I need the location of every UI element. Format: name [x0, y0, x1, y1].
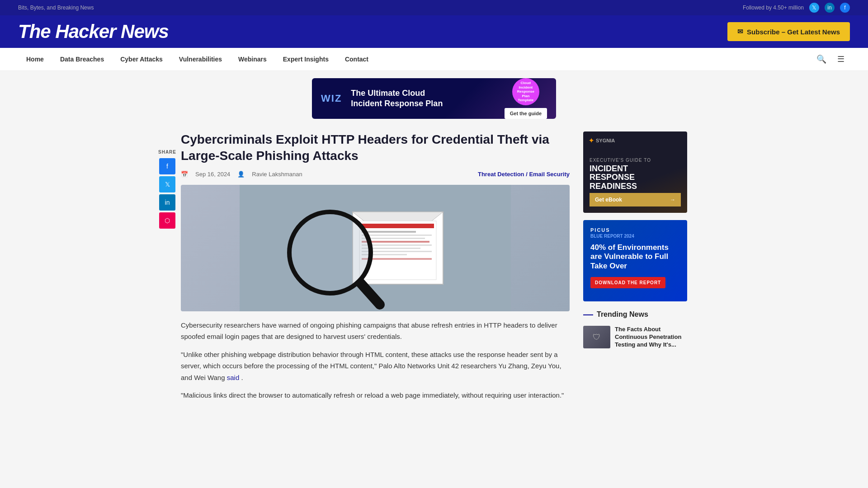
banner-wrap: WIZ The Ultimate CloudIncident Response …: [0, 71, 868, 122]
subscribe-label: Subscribe – Get Latest News: [747, 28, 840, 36]
article-para-2-end: .: [241, 374, 243, 381]
facebook-icon[interactable]: f: [840, 3, 850, 13]
share-other-button[interactable]: ⬡: [159, 212, 175, 229]
header: The Hacker News ✉ Subscribe – Get Latest…: [0, 15, 868, 48]
share-linkedin-button[interactable]: in: [159, 194, 175, 211]
trending-header: — Trending News: [583, 309, 687, 320]
sygnia-ad[interactable]: ✦ SYGNIA EXECUTIVE'S GUIDE TO INCIDENTRE…: [583, 131, 687, 213]
article-meta-left: 📅 Sep 16, 2024 👤 Ravie Lakshmanan: [181, 171, 302, 178]
article-category[interactable]: Threat Detection / Email Security: [478, 171, 570, 178]
article-content: Cybercriminals Exploit HTTP Headers for …: [181, 131, 570, 408]
svg-rect-8: [362, 241, 429, 243]
article-said-link[interactable]: said: [227, 374, 240, 381]
nav-expert-insights[interactable]: Expert Insights: [275, 49, 337, 69]
share-sidebar: SHARE f 𝕏 in ⬡: [158, 150, 176, 229]
banner-title: The Ultimate CloudIncident Response Plan: [351, 88, 495, 109]
main-layout: SHARE f 𝕏 in ⬡ Cybercriminals Exploit HT…: [163, 122, 705, 417]
nav-cyber-attacks[interactable]: Cyber Attacks: [112, 49, 171, 69]
banner-brand: WIZ: [321, 93, 342, 104]
envelope-icon: ✉: [737, 28, 743, 36]
trending-label: Trending News: [597, 310, 648, 319]
sygnia-logo-text: SYGNIA: [596, 138, 615, 143]
trending-item-title: The Facts About Continuous Penetration T…: [615, 326, 687, 349]
sygnia-logo: ✦ SYGNIA: [589, 137, 615, 144]
banner-badge-text: Cloud Incident Response Plan Template: [514, 81, 538, 103]
article-para-1: Cybersecurity researchers have warned of…: [181, 319, 570, 343]
sygnia-cta[interactable]: Get eBook →: [590, 193, 681, 206]
article-meta: 📅 Sep 16, 2024 👤 Ravie Lakshmanan Threat…: [181, 171, 570, 178]
trending-thumb: 🛡: [583, 326, 610, 348]
picus-year: 2024: [624, 234, 634, 239]
sygnia-logo-icon: ✦: [589, 137, 594, 144]
tagline: Bits, Bytes, and Breaking News: [18, 5, 94, 11]
nav-data-breaches[interactable]: Data Breaches: [52, 49, 112, 69]
search-icon[interactable]: 🔍: [811, 48, 832, 70]
banner-cta-button[interactable]: Get the guide: [505, 108, 547, 119]
nav: Home Data Breaches Cyber Attacks Vulnera…: [0, 48, 868, 71]
linkedin-icon[interactable]: in: [825, 3, 835, 13]
sygnia-pretitle-text: EXECUTIVE'S GUIDE TO: [590, 158, 681, 163]
social-follow-text: Followed by 4.50+ million: [743, 5, 804, 11]
picus-cta-button[interactable]: DOWNLOAD THE REPORT: [590, 277, 665, 288]
trending-item[interactable]: 🛡 The Facts About Continuous Penetration…: [583, 326, 687, 349]
top-bar: Bits, Bytes, and Breaking News Followed …: [0, 0, 868, 15]
site-title[interactable]: The Hacker News: [18, 21, 169, 42]
nav-home[interactable]: Home: [18, 49, 52, 69]
sygnia-arrow-icon: →: [670, 197, 675, 203]
share-label: SHARE: [158, 150, 176, 155]
svg-rect-4: [362, 224, 434, 228]
menu-icon[interactable]: ☰: [832, 48, 850, 70]
svg-rect-5: [362, 231, 416, 233]
top-bar-right: Followed by 4.50+ million 𝕏 in f: [743, 3, 850, 13]
picus-title: 40% of Environments are Vulnerable to Fu…: [590, 243, 680, 271]
picus-report-label: BLUE REPORT 2024: [590, 234, 680, 239]
svg-rect-6: [362, 235, 432, 236]
banner-badge: Cloud Incident Response Plan Template: [512, 78, 539, 105]
trending-thumb-icon: 🛡: [593, 333, 601, 342]
svg-point-15: [292, 214, 368, 291]
subscribe-button[interactable]: ✉ Subscribe – Get Latest News: [727, 22, 850, 41]
sygnia-main-title: INCIDENTRESPONSEREADINESS: [590, 164, 681, 191]
author-icon: 👤: [237, 171, 245, 178]
sidebar-right: ✦ SYGNIA EXECUTIVE'S GUIDE TO INCIDENTRE…: [583, 131, 687, 408]
article-para-3: "Malicious links direct the browser to a…: [181, 389, 570, 401]
nav-contact[interactable]: Contact: [337, 49, 377, 69]
share-facebook-button[interactable]: f: [159, 158, 175, 174]
sygnia-pretitle: EXECUTIVE'S GUIDE TO INCIDENTRESPONSEREA…: [590, 158, 681, 193]
sygnia-cta-text: Get eBook: [595, 197, 622, 203]
article-body: Cybersecurity researchers have warned of…: [181, 319, 570, 401]
article-author: Ravie Lakshmanan: [252, 171, 302, 178]
banner-right: Cloud Incident Response Plan Template Ge…: [505, 78, 547, 119]
picus-logo-text: PICUS: [590, 227, 610, 233]
nav-vulnerabilities[interactable]: Vulnerabilities: [171, 49, 230, 69]
picus-logo: PICUS: [590, 227, 680, 233]
share-twitter-button[interactable]: 𝕏: [159, 176, 175, 192]
nav-webinars[interactable]: Webinars: [230, 49, 275, 69]
svg-rect-7: [362, 238, 425, 239]
article-date: Sep 16, 2024: [195, 171, 230, 178]
article-image: [181, 185, 570, 311]
picus-ad[interactable]: PICUS BLUE REPORT 2024 40% of Environmen…: [583, 220, 687, 301]
trending-dash-icon: —: [583, 309, 593, 320]
article-title: Cybercriminals Exploit HTTP Headers for …: [181, 131, 570, 164]
banner-ad[interactable]: WIZ The Ultimate CloudIncident Response …: [312, 78, 556, 119]
twitter-icon[interactable]: 𝕏: [809, 3, 819, 13]
article-illustration: [240, 185, 511, 311]
article-para-2: "Unlike other phishing webpage distribut…: [181, 349, 570, 384]
trending-section: — Trending News 🛡 The Facts About Contin…: [583, 309, 687, 349]
picus-report-text: BLUE REPORT: [590, 234, 623, 239]
calendar-icon: 📅: [181, 171, 188, 178]
